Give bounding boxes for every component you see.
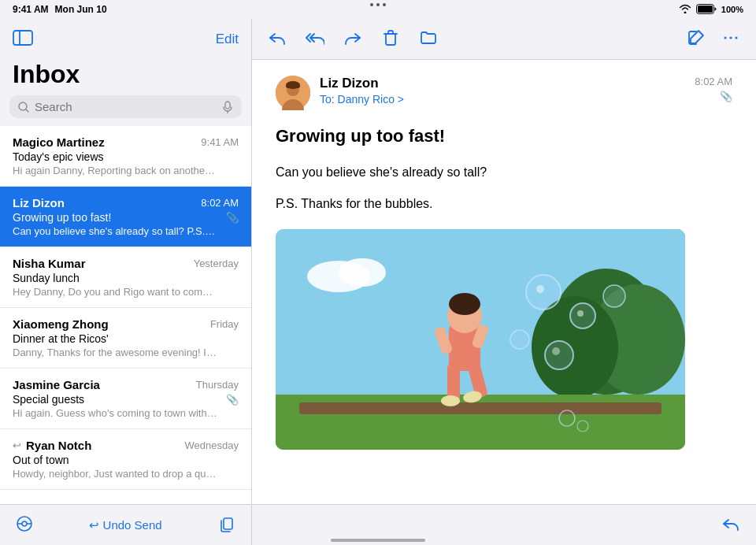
svg-rect-1 [698,6,713,13]
email-preview: Hi again. Guess who's coming to town wit… [13,407,217,419]
svg-point-13 [730,36,732,39]
svg-rect-5 [225,102,230,109]
status-left: 9:41 AM Mon Jun 10 [13,4,107,15]
list-item[interactable]: Magico Martinez 9:41 AM Today's epic vie… [0,126,251,187]
email-subject: Today's epic views [13,150,239,163]
status-date: Mon Jun 10 [55,4,107,15]
undo-send-button[interactable]: ↩ Undo Send [89,518,161,532]
email-sender: Liz Dizon [13,196,65,209]
svg-point-43 [577,310,584,317]
svg-point-39 [526,275,561,310]
email-subject: Dinner at the Ricos' [13,332,239,345]
reply-button[interactable] [721,514,740,536]
email-list: Magico Martinez 9:41 AM Today's epic vie… [0,126,251,504]
email-preview: Howdy, neighbor, Just wanted to drop a q… [13,468,217,480]
attachment-icon: 📎 [226,394,239,406]
svg-rect-28 [299,402,662,414]
sidebar-icon[interactable] [13,30,33,49]
email-item-header: Jasmine Garcia Thursday [13,378,239,391]
detail-bottom-bar [252,504,756,545]
email-body-para1: Can you believe she's already so tall? [276,162,732,183]
forward-icon[interactable] [343,28,362,50]
detail-toolbar-right [687,28,740,50]
email-to[interactable]: To: Danny Rico > [320,93,685,106]
email-preview: Danny, Thanks for the awesome evening! I… [13,347,217,358]
email-sender: Magico Martinez [13,135,105,149]
detail-toolbar [252,19,756,60]
email-image [276,229,685,450]
list-item[interactable]: Xiaomeng Zhong Friday Dinner at the Rico… [0,308,251,369]
email-subject: Sunday lunch [13,272,239,284]
avatar-image [276,76,310,110]
trash-icon[interactable] [381,28,400,50]
list-item[interactable]: Nisha Kumar Yesterday Sunday lunch Hey D… [0,247,251,308]
email-list-panel: Edit Inbox Magico Martinez 9:41 AM [0,19,252,545]
svg-point-35 [449,293,480,315]
list-item[interactable]: Jasmine Garcia Thursday Special guests 📎… [0,369,251,429]
search-bar[interactable] [9,95,242,118]
svg-point-14 [736,36,738,39]
compose-icon[interactable] [687,28,706,50]
attachment-flag: 📎 [720,91,732,102]
dot-1 [370,3,373,6]
email-item-header: Liz Dizon 8:02 AM [13,196,239,209]
svg-point-48 [552,347,560,355]
edit-button[interactable]: Edit [216,32,239,47]
svg-point-47 [545,341,573,369]
email-preview: Can you believe she's already so tall? P… [13,225,217,237]
svg-rect-19 [286,83,300,88]
reply-indicator: ↩ [13,439,21,451]
svg-point-8 [22,521,27,526]
email-item-header: Magico Martinez 9:41 AM [13,135,239,149]
more-icon[interactable] [721,28,740,50]
status-right: 100% [679,4,743,16]
folder-icon[interactable] [419,28,438,50]
reply-icon[interactable] [268,28,287,50]
microphone-icon[interactable] [221,101,234,113]
email-detail-panel: Liz Dizon To: Danny Rico > 8:02 AM 📎 Gro… [252,19,756,545]
dot-2 [376,3,380,6]
list-item[interactable]: ↩ Ryan Notch Wednesday Out of town Howdy… [0,429,251,490]
email-time: Thursday [196,379,239,391]
list-item[interactable]: Liz Dizon 8:02 AM Growing up too fast! 📎… [0,187,251,247]
email-body-para2: P.S. Thanks for the bubbles. [276,194,732,214]
status-time: 9:41 AM [13,4,49,15]
email-subject-title: Growing up too fast! [276,126,732,146]
svg-rect-11 [224,518,232,529]
list-toolbar: Edit [0,19,251,60]
email-preview: Hey Danny, Do you and Rigo want to come … [13,286,217,298]
svg-point-22 [339,258,386,287]
email-photo [276,229,685,450]
email-item-header: Xiaomeng Zhong Friday [13,317,239,331]
email-body: Can you believe she's already so tall? P… [276,162,732,213]
search-input[interactable] [35,100,217,113]
reply-all-icon[interactable] [306,28,324,50]
email-time: Wednesday [185,439,239,451]
attachment-icon: 📎 [226,212,239,224]
email-header: Liz Dizon To: Danny Rico > 8:02 AM 📎 [276,76,732,110]
svg-point-42 [570,303,595,328]
list-bottom-bar: ↩ Undo Send [0,504,251,545]
email-preview: Hi again Danny, Reporting back on anothe… [13,165,217,176]
svg-point-50 [603,285,625,307]
wifi-icon [679,4,691,15]
svg-point-36 [441,395,460,406]
detail-toolbar-left [268,28,438,50]
email-from: Liz Dizon [320,76,685,91]
email-subject: Growing up too fast! 📎 [13,211,239,224]
email-sender: Ryan Notch [26,439,91,452]
filter-icon[interactable] [16,515,33,536]
top-dots [370,3,386,6]
email-time: 9:41 AM [201,136,239,148]
email-item-header: Nisha Kumar Yesterday [13,257,239,270]
email-subject: Special guests 📎 [13,393,239,406]
search-icon [17,101,30,113]
email-subject: Out of town [13,454,239,466]
dot-3 [383,3,386,6]
svg-point-45 [510,330,529,349]
copy-icon[interactable] [218,515,235,536]
svg-point-12 [724,36,727,39]
email-sender: Nisha Kumar [13,257,86,270]
avatar [276,76,310,110]
home-indicator [331,539,425,542]
